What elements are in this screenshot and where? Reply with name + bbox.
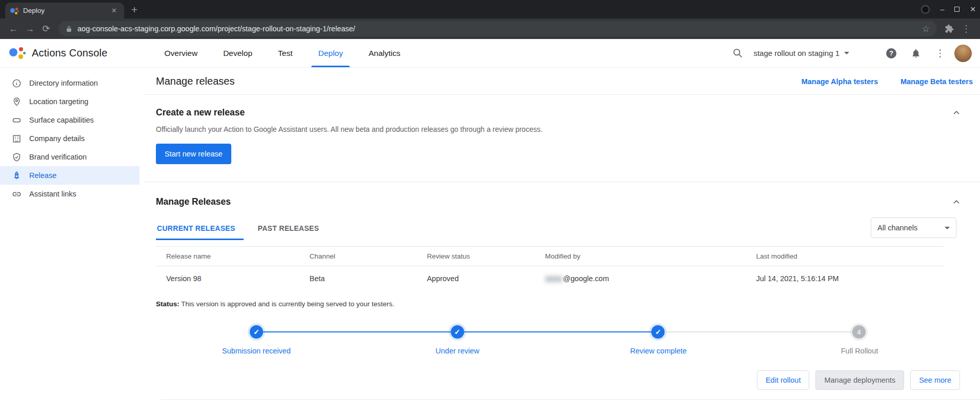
window-minimize-button[interactable]: – xyxy=(940,5,944,13)
lock-icon xyxy=(66,26,72,32)
sidebar-item-location-targeting[interactable]: Location targeting xyxy=(0,92,139,111)
sidebar-item-directory-information[interactable]: Directory information xyxy=(0,74,139,92)
stepper-labels: Submission received Under review Review … xyxy=(156,347,960,355)
project-selector[interactable]: stage rollout on staging 1 xyxy=(753,49,849,57)
step-label-under-review: Under review xyxy=(357,347,558,355)
location-icon xyxy=(11,96,22,107)
sidebar-item-label: Assistant links xyxy=(29,190,76,198)
nav-deploy[interactable]: Deploy xyxy=(305,39,355,67)
notifications-icon[interactable] xyxy=(911,48,921,58)
tab-close-icon[interactable]: ✕ xyxy=(109,6,119,15)
release-stepper: ✓ ✓ ✓ 4 xyxy=(250,325,866,339)
sidebar-item-assistant-links[interactable]: Assistant links xyxy=(0,185,139,203)
company-icon xyxy=(11,133,22,144)
nav-test[interactable]: Test xyxy=(265,39,305,67)
step-label-submission-received: Submission received xyxy=(156,347,357,355)
col-review-status: Review status xyxy=(416,247,534,266)
manage-releases-title: Manage Releases xyxy=(156,196,231,207)
sidebar-item-surface-capabilities[interactable]: Surface capabilities xyxy=(0,111,139,129)
tab-title: Deploy xyxy=(23,7,105,14)
create-release-description: Officially launch your Action to Google … xyxy=(156,125,980,133)
step-connector xyxy=(464,331,652,332)
window-maximize-button[interactable] xyxy=(954,7,959,12)
manage-deployments-button[interactable]: Manage deployments xyxy=(815,370,904,390)
surface-icon xyxy=(11,115,22,125)
release-actions: Edit rollout Manage deployments See more xyxy=(156,370,960,390)
release-status-line: Status: This version is approved and is … xyxy=(156,300,980,308)
modified-by-domain: @google.com xyxy=(563,274,609,283)
app-title: Actions Console xyxy=(32,47,108,59)
cell-release-name: Version 98 xyxy=(156,266,299,291)
sidebar-item-label: Location targeting xyxy=(29,97,88,106)
bookmark-star-icon[interactable]: ☆ xyxy=(922,24,930,34)
forward-button[interactable]: → xyxy=(22,24,38,34)
step-connector xyxy=(263,331,451,332)
releases-table: Release name Channel Review status Modif… xyxy=(156,246,944,291)
sidebar-item-label: Company details xyxy=(29,134,85,143)
tab-favicon-icon xyxy=(10,7,18,15)
step-label-full-rollout: Full Rollout xyxy=(759,347,960,355)
collapse-chevron-up-icon[interactable] xyxy=(951,197,962,207)
step-connector xyxy=(665,331,852,332)
reload-button[interactable]: ⟳ xyxy=(38,23,54,34)
create-release-section: Create a new release Officially launch y… xyxy=(139,95,980,182)
more-options-icon[interactable]: ⋮ xyxy=(935,47,945,59)
see-more-button[interactable]: See more xyxy=(910,370,960,390)
help-icon[interactable]: ? xyxy=(886,48,896,58)
back-button[interactable]: ← xyxy=(5,24,22,34)
step-check-icon: ✓ xyxy=(651,325,665,339)
sidebar: Directory information Location targeting… xyxy=(0,68,139,414)
browser-toolbar: ← → ⟳ aog-console-acs-staging.corp.googl… xyxy=(0,18,980,39)
browser-tab[interactable]: Deploy ✕ xyxy=(5,3,124,18)
tab-past-releases[interactable]: PAST RELEASES xyxy=(257,218,328,240)
sidebar-item-label: Release xyxy=(29,171,56,180)
actions-console-logo-icon xyxy=(9,45,26,62)
top-navigation: Overview Develop Test Deploy Analytics xyxy=(152,39,413,67)
nav-overview[interactable]: Overview xyxy=(152,39,211,67)
col-release-name: Release name xyxy=(156,247,299,266)
search-icon[interactable] xyxy=(732,48,743,58)
manage-releases-section: Manage Releases CURRENT RELEASES PAST RE… xyxy=(139,182,980,400)
avatar[interactable] xyxy=(954,45,972,62)
sidebar-item-label: Surface capabilities xyxy=(29,116,94,124)
nav-analytics[interactable]: Analytics xyxy=(356,39,413,67)
chevron-down-icon xyxy=(844,52,849,54)
step-check-icon: ✓ xyxy=(250,325,263,339)
sidebar-item-release[interactable]: Release xyxy=(0,166,139,185)
window-close-button[interactable]: ✕ xyxy=(970,5,976,13)
manage-beta-testers-link[interactable]: Manage Beta testers xyxy=(901,77,973,86)
status-label: Status: xyxy=(156,300,179,308)
sidebar-item-brand-verification[interactable]: Brand verification xyxy=(0,148,139,166)
nav-develop[interactable]: Develop xyxy=(210,39,265,67)
manage-alpha-testers-link[interactable]: Manage Alpha testers xyxy=(802,77,878,86)
channel-filter-select[interactable]: All channels xyxy=(871,218,956,238)
new-tab-button[interactable]: + xyxy=(131,4,137,16)
col-modified-by: Modified by xyxy=(535,247,746,266)
cell-modified-by: @google.com xyxy=(535,266,746,291)
col-channel: Channel xyxy=(299,247,417,266)
collapse-chevron-up-icon[interactable] xyxy=(951,108,962,118)
tab-current-releases[interactable]: CURRENT RELEASES xyxy=(156,218,244,240)
edit-rollout-button[interactable]: Edit rollout xyxy=(757,370,810,390)
step-number: 4 xyxy=(852,325,866,339)
col-last-modified: Last modified xyxy=(746,247,944,266)
table-header-row: Release name Channel Review status Modif… xyxy=(156,247,944,266)
start-new-release-button[interactable]: Start new release xyxy=(156,144,231,164)
browser-profile-icon[interactable] xyxy=(921,5,930,14)
url-text: aog-console-acs-staging.corp.google.com/… xyxy=(77,25,355,33)
page-title: Manage releases xyxy=(156,75,234,87)
extensions-icon[interactable] xyxy=(945,24,954,33)
table-row[interactable]: Version 98 Beta Approved @google.com Jul… xyxy=(156,266,944,291)
browser-menu-icon[interactable]: ⋮ xyxy=(962,23,971,34)
chevron-down-icon xyxy=(945,227,950,229)
info-icon xyxy=(11,78,22,88)
divider xyxy=(160,399,980,400)
cell-review-status: Approved xyxy=(416,266,534,291)
app-header: Actions Console Overview Develop Test De… xyxy=(0,39,980,68)
address-bar[interactable]: aog-console-acs-staging.corp.google.com/… xyxy=(58,21,937,36)
sidebar-item-company-details[interactable]: Company details xyxy=(0,129,139,148)
status-text: This version is approved and is currentl… xyxy=(181,300,394,308)
browser-tabstrip: Deploy ✕ + – ✕ xyxy=(0,0,980,18)
channel-filter-value: All channels xyxy=(877,224,917,232)
link-icon xyxy=(11,189,22,199)
